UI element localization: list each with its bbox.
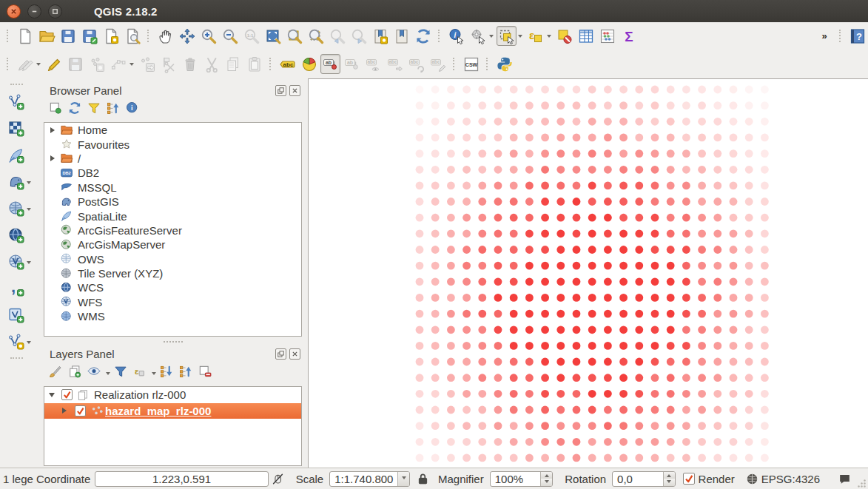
show-sum-button[interactable]: Σ xyxy=(619,26,639,46)
add-postgis-layer-dropdown[interactable] xyxy=(27,181,31,186)
zoom-in-button[interactable] xyxy=(198,26,218,46)
magnifier-up-button[interactable] xyxy=(541,472,552,479)
toolbar-overflow-button[interactable]: » xyxy=(814,26,834,46)
select-features-button[interactable] xyxy=(497,26,517,46)
expander-icon[interactable] xyxy=(62,408,72,414)
open-attribute-table-button[interactable] xyxy=(576,26,596,46)
show-bookmarks-button[interactable] xyxy=(391,26,411,46)
browser-item-db2[interactable]: DB2DB2 xyxy=(44,166,301,180)
new-print-composer-button[interactable] xyxy=(101,26,121,46)
add-selected-layers-button[interactable] xyxy=(48,101,66,118)
filter-by-expression-dropdown[interactable] xyxy=(152,372,156,377)
crs-status-icon[interactable] xyxy=(745,472,759,486)
browser-item-wfs[interactable]: WFS xyxy=(44,295,301,309)
new-shapefile-layer-button[interactable] xyxy=(6,306,26,326)
new-layer-button[interactable] xyxy=(6,332,26,352)
browser-item-home[interactable]: Home xyxy=(44,123,301,137)
zoom-out-button[interactable] xyxy=(220,26,240,46)
composer-manager-button[interactable] xyxy=(122,26,142,46)
current-edits-dropdown[interactable] xyxy=(36,63,41,68)
collapse-all-browser-button[interactable] xyxy=(106,101,124,118)
zoom-to-layer-button[interactable] xyxy=(284,26,304,46)
filter-legend-button[interactable] xyxy=(113,364,131,382)
run-feature-action-button[interactable] xyxy=(468,26,488,46)
expander-icon[interactable] xyxy=(49,393,58,397)
toolbar-handle[interactable] xyxy=(7,30,10,42)
message-log-icon[interactable] xyxy=(838,472,852,486)
new-bookmark-button[interactable] xyxy=(370,26,390,46)
manage-visibility-button[interactable] xyxy=(87,364,104,382)
refresh-button[interactable] xyxy=(413,26,433,46)
pan-map-button[interactable] xyxy=(155,26,175,46)
layers-panel-float-button[interactable] xyxy=(275,348,286,360)
layers-panel-close-button[interactable] xyxy=(289,348,300,360)
group-visibility-checkbox[interactable] xyxy=(61,389,73,400)
manage-visibility-dropdown[interactable] xyxy=(106,372,110,377)
toolbar-handle[interactable] xyxy=(147,30,150,42)
help-contents-button[interactable]: ? xyxy=(847,26,867,46)
add-delimited-text-layer-button[interactable]: , xyxy=(6,279,26,299)
browser-item-wms[interactable]: WMS xyxy=(44,309,301,323)
browser-item-postgis[interactable]: PostGIS xyxy=(44,195,301,209)
toggle-editing-button[interactable] xyxy=(44,54,64,74)
browser-item-favourites[interactable]: Favourites xyxy=(44,137,301,151)
window-close-button[interactable] xyxy=(7,4,21,18)
toolbar-handle[interactable] xyxy=(453,58,456,70)
select-by-expression-button[interactable]: ε xyxy=(525,26,545,46)
add-vector-layer-button[interactable] xyxy=(6,92,26,112)
toolbar-handle[interactable] xyxy=(839,30,842,42)
layer-visibility-checkbox[interactable] xyxy=(75,405,86,417)
new-project-button[interactable] xyxy=(15,26,35,46)
layer-diagram-button[interactable] xyxy=(299,54,319,74)
expander-icon[interactable] xyxy=(50,127,60,133)
toolbar-handle[interactable] xyxy=(10,357,23,360)
properties-widget-button[interactable]: i xyxy=(125,101,143,118)
add-wcs-layer-button[interactable] xyxy=(6,226,26,246)
node-tool-dropdown[interactable] xyxy=(129,63,134,68)
add-group-button[interactable] xyxy=(67,364,85,382)
render-checkbox[interactable] xyxy=(683,473,695,485)
expander-icon[interactable] xyxy=(50,155,60,161)
select-features-dropdown[interactable] xyxy=(518,35,522,40)
panel-splitter[interactable] xyxy=(42,338,303,345)
add-postgis-layer-button[interactable] xyxy=(6,172,26,192)
rotation-down-button[interactable] xyxy=(664,479,675,486)
expand-all-button[interactable] xyxy=(159,364,177,382)
filter-by-expression-button[interactable]: ε xyxy=(132,364,150,382)
browser-item-spatialite[interactable]: SpatiaLite xyxy=(44,209,301,223)
resize-grip[interactable] xyxy=(857,478,867,488)
browser-item-mssql[interactable]: MSSQL xyxy=(44,181,301,195)
add-wfs-layer-button[interactable] xyxy=(6,252,26,272)
add-wfs-layer-dropdown[interactable] xyxy=(27,261,31,266)
scale-combobox[interactable]: 1:1.740.800 xyxy=(329,471,410,487)
save-project-button[interactable] xyxy=(58,26,78,46)
browser-panel-close-button[interactable] xyxy=(289,85,300,96)
rotation-up-button[interactable] xyxy=(664,472,675,479)
save-project-as-button[interactable] xyxy=(79,26,99,46)
statistical-summary-button[interactable] xyxy=(597,26,617,46)
add-raster-layer-button[interactable] xyxy=(6,119,26,139)
zoom-to-selection-button[interactable] xyxy=(306,26,326,46)
open-layer-styling-button[interactable] xyxy=(48,364,66,382)
coordinate-input[interactable] xyxy=(95,471,268,487)
browser-item-tile-server-xyz[interactable]: Tile Server (XYZ) xyxy=(44,266,301,280)
metasearch-csw-button[interactable]: CSW xyxy=(461,54,481,74)
window-maximize-button[interactable] xyxy=(48,4,62,18)
add-spatialite-layer-button[interactable] xyxy=(6,146,26,166)
toolbar-handle[interactable] xyxy=(7,58,10,70)
deselect-all-button[interactable] xyxy=(554,26,574,46)
filter-browser-button[interactable] xyxy=(87,101,104,118)
map-canvas[interactable] xyxy=(308,78,868,468)
browser-item-arcgismapserver[interactable]: ArcGisMapServer xyxy=(44,237,301,252)
layer-row-hazard-map[interactable]: hazard_map_rlz-000 xyxy=(44,403,301,419)
magnifier-spinbox[interactable]: 100% xyxy=(490,471,554,487)
remove-layer-button[interactable] xyxy=(198,364,215,382)
toolbar-handle[interactable] xyxy=(269,58,272,70)
toolbar-handle[interactable] xyxy=(486,58,489,70)
browser-item-ows[interactable]: OWS xyxy=(44,252,301,266)
layer-labeling-button[interactable]: abc xyxy=(277,54,297,74)
browser-item-arcgisfeatureserver[interactable]: ArcGisFeatureServer xyxy=(44,223,301,237)
add-wms-layer-button[interactable] xyxy=(6,199,26,219)
add-wms-layer-dropdown[interactable] xyxy=(27,208,31,213)
toolbar-handle[interactable] xyxy=(10,84,23,87)
